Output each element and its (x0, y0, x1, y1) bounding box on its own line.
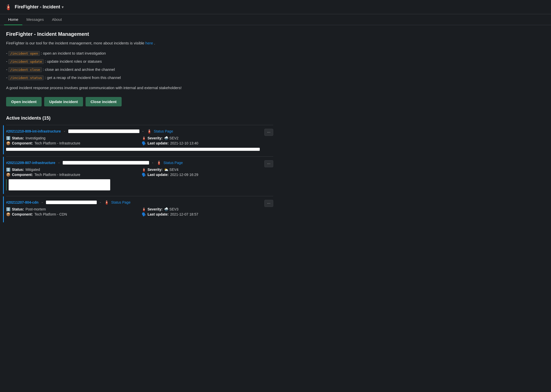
progress-area-2 (6, 179, 273, 190)
status-page-link-1[interactable]: Status Page (154, 129, 173, 133)
severity-icon-1: 🧯 (142, 136, 146, 140)
incident-header-2: #20211209-807-infrastructure - - 🧯 Statu… (6, 160, 273, 165)
update-row-2: 🗣️ Last update: 2021-12-09 16:29 (142, 173, 273, 177)
app-icon: 🧯 (4, 3, 12, 11)
incident-left-bar-1 (3, 125, 4, 154)
incident-left-bar-3 (3, 196, 4, 222)
incident-details-1: ℹ️ Status: Investigating 🧯 Severity: 🌧️ … (6, 136, 273, 145)
status-row-2: ℹ️ Status: Mitigated (6, 168, 138, 172)
main-content: FireFighter - Incident Management FireFi… (0, 25, 279, 228)
info-icon-1: ℹ️ (6, 136, 10, 140)
more-button-1[interactable]: ··· (264, 129, 273, 136)
update-row-3: 🗣️ Last update: 2021-12-07 18:57 (142, 212, 273, 216)
status-page-link-2[interactable]: Status Page (164, 161, 183, 165)
progress-bar-1 (6, 148, 260, 151)
incident-details-3: ℹ️ Status: Post-mortem 🧯 Severity: 🌧️ SE… (6, 207, 273, 216)
incident-link-2[interactable]: #20211209-807-infrastructure (6, 161, 55, 165)
action-buttons: Open incident Update incident Close inci… (6, 97, 273, 106)
command-code-update: /incident update (8, 59, 44, 64)
chat-icon-1: 🗣️ (142, 141, 146, 145)
info-icon-3: ℹ️ (6, 207, 10, 211)
status-page-link-3[interactable]: Status Page (111, 200, 131, 204)
incident-link-3[interactable]: #20211207-804-cdn (6, 200, 39, 204)
command-item-open: /incident open : open an incident to sta… (6, 50, 273, 56)
box-icon-3: 📦 (6, 212, 10, 216)
command-code-close: /incident close (8, 67, 42, 72)
title-bar: 🧯 FireFighter - Incident ▾ (0, 0, 551, 14)
tab-home[interactable]: Home (4, 14, 22, 25)
more-button-2[interactable]: ··· (264, 160, 273, 167)
incident-details-2: ℹ️ Status: Mitigated 🧯 Severity: ⛅ SEV4 … (6, 168, 273, 177)
command-code-status: /incident status (8, 75, 44, 80)
severity-icon-2: 🧯 (142, 168, 146, 172)
status-row-3: ℹ️ Status: Post-mortem (6, 207, 138, 211)
chevron-down-icon[interactable]: ▾ (62, 5, 63, 9)
short-bar-2 (9, 179, 110, 190)
nav-tabs: Home Messages About (0, 14, 551, 25)
fire-icon-3: 🧯 (104, 200, 109, 205)
component-row-3: 📦 Component: Tech Platform - CDN (6, 212, 138, 216)
tab-about[interactable]: About (48, 14, 66, 25)
command-code-open: /incident open (8, 51, 40, 56)
command-item-close: /incident close : close an incident and … (6, 67, 273, 73)
here-link[interactable]: here (145, 41, 153, 45)
box-icon-1: 📦 (6, 141, 10, 145)
incident-header-3: #20211207-804-cdn - - 🧯 Status Page ··· (6, 200, 273, 205)
info-icon-2: ℹ️ (6, 168, 10, 172)
open-incident-button[interactable]: Open incident (6, 97, 42, 106)
redacted-title-1 (68, 129, 139, 133)
active-incidents-title: Active incidents (15) (6, 116, 273, 121)
intro-text: FireFighter is our tool for the incident… (6, 40, 273, 46)
box-icon-2: 📦 (6, 173, 10, 177)
tab-messages[interactable]: Messages (22, 14, 48, 25)
incident-card-2: #20211209-807-infrastructure - - 🧯 Statu… (6, 156, 273, 194)
page-title: FireFighter - Incident Management (6, 31, 273, 37)
component-row-2: 📦 Component: Tech Platform - Infrastruct… (6, 173, 138, 177)
fire-icon-1: 🧯 (147, 129, 152, 134)
incident-left-bar-2 (3, 157, 4, 194)
incident-card-3: #20211207-804-cdn - - 🧯 Status Page ··· … (6, 196, 273, 222)
app-title-text: FireFighter - Incident (15, 4, 60, 10)
command-item-update: /incident update : update incident roles… (6, 58, 273, 64)
command-list: /incident open : open an incident to sta… (6, 50, 273, 81)
chat-icon-2: 🗣️ (142, 173, 146, 177)
update-row-1: 🗣️ Last update: 2021-12-10 13:40 (142, 141, 273, 145)
severity-row-1: 🧯 Severity: 🌧️ SEV2 (142, 136, 273, 140)
incident-link-1[interactable]: #20211210-809-int-infrastructure (6, 129, 61, 133)
status-row-1: ℹ️ Status: Investigating (6, 136, 138, 140)
update-incident-button[interactable]: Update incident (44, 97, 83, 106)
severity-row-3: 🧯 Severity: 🌧️ SEV3 (142, 207, 273, 211)
redacted-title-2 (63, 161, 149, 165)
incident-header-1: #20211210-809-int-infrastructure - - 🧯 S… (6, 129, 273, 134)
redacted-title-3 (46, 201, 97, 204)
close-incident-button[interactable]: Close incident (86, 97, 122, 106)
command-item-status: /incident status : get a recap of the in… (6, 75, 273, 81)
left-accent-2 (6, 179, 7, 190)
severity-row-2: 🧯 Severity: ⛅ SEV4 (142, 168, 273, 172)
severity-icon-3: 🧯 (142, 207, 146, 211)
incident-card-1: #20211210-809-int-infrastructure - - 🧯 S… (6, 125, 273, 154)
fire-icon-2: 🧯 (156, 160, 161, 165)
app-title: FireFighter - Incident ▾ (15, 4, 63, 10)
chat-icon-3: 🗣️ (142, 212, 146, 216)
tagline: A good incident response process involve… (6, 85, 273, 91)
more-button-3[interactable]: ··· (264, 200, 273, 207)
component-row-1: 📦 Component: Tech Platform - Infrastruct… (6, 141, 138, 145)
